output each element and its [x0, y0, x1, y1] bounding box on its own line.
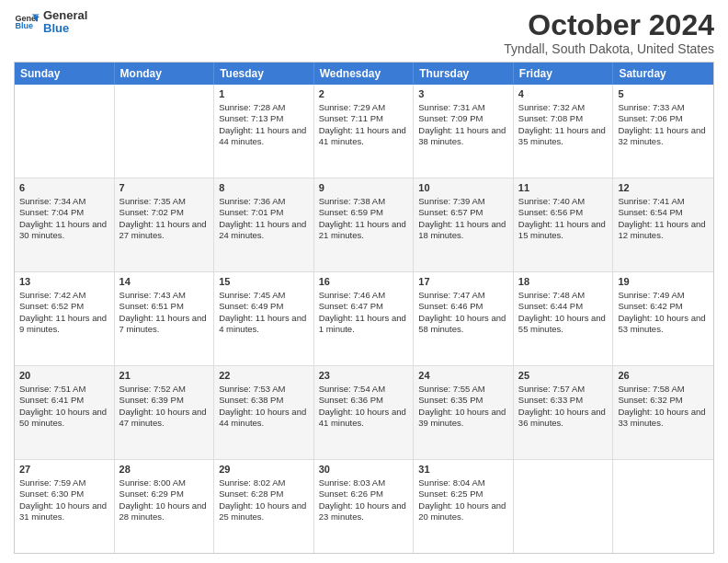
day-info: Sunrise: 7:42 AM Sunset: 6:52 PM Dayligh… [19, 290, 109, 335]
calendar-cell: 9Sunrise: 7:38 AM Sunset: 6:59 PM Daylig… [314, 178, 415, 271]
logo: General Blue General Blue [14, 9, 87, 36]
calendar-cell: 11Sunrise: 7:40 AM Sunset: 6:56 PM Dayli… [514, 178, 614, 271]
calendar-cell: 10Sunrise: 7:39 AM Sunset: 6:57 PM Dayli… [414, 178, 514, 271]
calendar-cell: 12Sunrise: 7:41 AM Sunset: 6:54 PM Dayli… [613, 178, 713, 271]
day-info: Sunrise: 7:29 AM Sunset: 7:11 PM Dayligh… [319, 102, 409, 147]
header-day-saturday: Saturday [613, 63, 713, 85]
day-info: Sunrise: 7:52 AM Sunset: 6:39 PM Dayligh… [119, 384, 210, 429]
calendar-cell: 2Sunrise: 7:29 AM Sunset: 7:11 PM Daylig… [314, 85, 415, 178]
day-info: Sunrise: 7:32 AM Sunset: 7:08 PM Dayligh… [518, 102, 609, 147]
day-info: Sunrise: 7:57 AM Sunset: 6:33 PM Dayligh… [518, 384, 609, 429]
calendar-cell: 4Sunrise: 7:32 AM Sunset: 7:08 PM Daylig… [514, 85, 614, 178]
main-title: October 2024 [504, 9, 714, 41]
day-info: Sunrise: 7:55 AM Sunset: 6:35 PM Dayligh… [418, 384, 508, 429]
day-number: 12 [618, 181, 709, 195]
calendar-row: 20Sunrise: 7:51 AM Sunset: 6:41 PM Dayli… [15, 365, 713, 459]
day-number: 20 [19, 369, 109, 383]
day-info: Sunrise: 7:54 AM Sunset: 6:36 PM Dayligh… [319, 384, 409, 429]
day-info: Sunrise: 7:49 AM Sunset: 6:42 PM Dayligh… [618, 290, 709, 335]
day-number: 16 [319, 275, 409, 289]
header-day-thursday: Thursday [414, 63, 514, 85]
day-number: 21 [119, 369, 210, 383]
header-day-wednesday: Wednesday [314, 63, 415, 85]
day-info: Sunrise: 7:51 AM Sunset: 6:41 PM Dayligh… [19, 384, 109, 429]
day-info: Sunrise: 7:40 AM Sunset: 6:56 PM Dayligh… [518, 196, 609, 241]
calendar-row: 13Sunrise: 7:42 AM Sunset: 6:52 PM Dayli… [15, 271, 713, 365]
day-info: Sunrise: 7:35 AM Sunset: 7:02 PM Dayligh… [119, 196, 210, 241]
day-number: 9 [319, 181, 409, 195]
day-number: 10 [418, 181, 508, 195]
day-number: 5 [618, 87, 709, 101]
calendar-row: 1Sunrise: 7:28 AM Sunset: 7:13 PM Daylig… [15, 85, 713, 178]
calendar-row: 6Sunrise: 7:34 AM Sunset: 7:04 PM Daylig… [15, 178, 713, 271]
day-info: Sunrise: 7:31 AM Sunset: 7:09 PM Dayligh… [418, 102, 508, 147]
svg-text:Blue: Blue [15, 21, 33, 30]
calendar-cell: 15Sunrise: 7:45 AM Sunset: 6:49 PM Dayli… [214, 272, 314, 365]
calendar-cell: 31Sunrise: 8:04 AM Sunset: 6:25 PM Dayli… [414, 460, 514, 553]
calendar-cell: 18Sunrise: 7:48 AM Sunset: 6:44 PM Dayli… [514, 272, 614, 365]
day-number: 28 [119, 463, 210, 477]
day-info: Sunrise: 7:48 AM Sunset: 6:44 PM Dayligh… [518, 290, 609, 335]
day-info: Sunrise: 7:47 AM Sunset: 6:46 PM Dayligh… [418, 290, 508, 335]
header-day-monday: Monday [115, 63, 215, 85]
day-info: Sunrise: 8:02 AM Sunset: 6:28 PM Dayligh… [219, 477, 309, 523]
day-info: Sunrise: 7:59 AM Sunset: 6:30 PM Dayligh… [19, 477, 109, 523]
day-number: 15 [219, 275, 309, 289]
calendar-body: 1Sunrise: 7:28 AM Sunset: 7:13 PM Daylig… [15, 85, 713, 553]
calendar-cell: 27Sunrise: 7:59 AM Sunset: 6:30 PM Dayli… [15, 460, 115, 553]
calendar-cell: 14Sunrise: 7:43 AM Sunset: 6:51 PM Dayli… [115, 272, 215, 365]
calendar-cell: 16Sunrise: 7:46 AM Sunset: 6:47 PM Dayli… [314, 272, 415, 365]
subtitle: Tyndall, South Dakota, United States [504, 41, 714, 56]
day-number: 27 [19, 463, 109, 477]
calendar-cell: 23Sunrise: 7:54 AM Sunset: 6:36 PM Dayli… [314, 366, 415, 459]
logo-icon: General Blue [14, 9, 40, 35]
day-info: Sunrise: 8:00 AM Sunset: 6:29 PM Dayligh… [119, 477, 210, 523]
calendar-cell: 13Sunrise: 7:42 AM Sunset: 6:52 PM Dayli… [15, 272, 115, 365]
calendar-cell: 5Sunrise: 7:33 AM Sunset: 7:06 PM Daylig… [613, 85, 713, 178]
logo-blue: Blue [43, 22, 87, 35]
day-info: Sunrise: 7:41 AM Sunset: 6:54 PM Dayligh… [618, 196, 709, 241]
calendar-cell: 29Sunrise: 8:02 AM Sunset: 6:28 PM Dayli… [214, 460, 314, 553]
calendar-cell: 3Sunrise: 7:31 AM Sunset: 7:09 PM Daylig… [414, 85, 514, 178]
day-number: 30 [319, 463, 409, 477]
calendar-cell: 1Sunrise: 7:28 AM Sunset: 7:13 PM Daylig… [214, 85, 314, 178]
day-number: 3 [418, 87, 508, 101]
day-info: Sunrise: 8:03 AM Sunset: 6:26 PM Dayligh… [319, 477, 409, 523]
calendar-cell [514, 460, 614, 553]
calendar-cell: 20Sunrise: 7:51 AM Sunset: 6:41 PM Dayli… [15, 366, 115, 459]
day-info: Sunrise: 7:34 AM Sunset: 7:04 PM Dayligh… [19, 196, 109, 241]
day-number: 11 [518, 181, 609, 195]
day-number: 6 [19, 181, 109, 195]
header-day-tuesday: Tuesday [214, 63, 314, 85]
calendar-cell [15, 85, 115, 178]
day-info: Sunrise: 7:43 AM Sunset: 6:51 PM Dayligh… [119, 290, 210, 335]
day-info: Sunrise: 7:39 AM Sunset: 6:57 PM Dayligh… [418, 196, 508, 241]
calendar-cell: 25Sunrise: 7:57 AM Sunset: 6:33 PM Dayli… [514, 366, 614, 459]
calendar-cell: 22Sunrise: 7:53 AM Sunset: 6:38 PM Dayli… [214, 366, 314, 459]
day-number: 1 [219, 87, 309, 101]
day-number: 13 [19, 275, 109, 289]
calendar-row: 27Sunrise: 7:59 AM Sunset: 6:30 PM Dayli… [15, 459, 713, 553]
calendar-cell: 21Sunrise: 7:52 AM Sunset: 6:39 PM Dayli… [115, 366, 215, 459]
header: General Blue General Blue October 2024 T… [14, 9, 714, 56]
day-number: 18 [518, 275, 609, 289]
logo-general: General [43, 9, 87, 22]
day-number: 29 [219, 463, 309, 477]
day-number: 23 [319, 369, 409, 383]
day-number: 7 [119, 181, 210, 195]
day-info: Sunrise: 7:46 AM Sunset: 6:47 PM Dayligh… [319, 290, 409, 335]
day-info: Sunrise: 7:28 AM Sunset: 7:13 PM Dayligh… [219, 102, 309, 147]
day-number: 25 [518, 369, 609, 383]
calendar-cell [115, 85, 215, 178]
day-info: Sunrise: 7:38 AM Sunset: 6:59 PM Dayligh… [319, 196, 409, 241]
day-info: Sunrise: 7:45 AM Sunset: 6:49 PM Dayligh… [219, 290, 309, 335]
calendar-cell: 26Sunrise: 7:58 AM Sunset: 6:32 PM Dayli… [613, 366, 713, 459]
calendar-cell [613, 460, 713, 553]
header-day-friday: Friday [514, 63, 614, 85]
day-number: 31 [418, 463, 508, 477]
day-info: Sunrise: 8:04 AM Sunset: 6:25 PM Dayligh… [418, 477, 508, 523]
day-info: Sunrise: 7:36 AM Sunset: 7:01 PM Dayligh… [219, 196, 309, 241]
page: General Blue General Blue October 2024 T… [0, 0, 728, 563]
calendar-cell: 28Sunrise: 8:00 AM Sunset: 6:29 PM Dayli… [115, 460, 215, 553]
title-block: October 2024 Tyndall, South Dakota, Unit… [504, 9, 714, 56]
